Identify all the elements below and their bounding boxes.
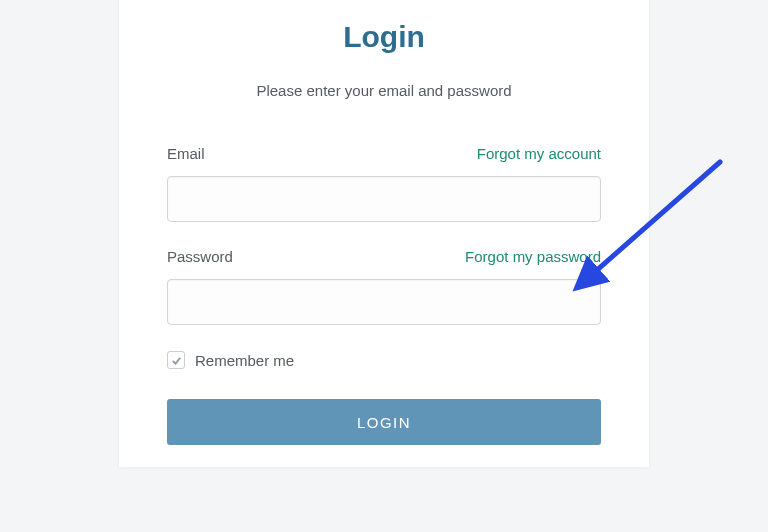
login-button[interactable]: LOGIN xyxy=(167,399,601,445)
page-subtitle: Please enter your email and password xyxy=(167,82,601,99)
password-input[interactable] xyxy=(167,279,601,325)
email-label: Email xyxy=(167,145,205,162)
password-label-row: Password Forgot my password xyxy=(167,248,601,265)
forgot-account-link[interactable]: Forgot my account xyxy=(477,145,601,162)
page-title: Login xyxy=(167,20,601,54)
email-label-row: Email Forgot my account xyxy=(167,145,601,162)
login-card: Login Please enter your email and passwo… xyxy=(119,0,649,467)
remember-me-row: Remember me xyxy=(167,351,601,369)
password-label: Password xyxy=(167,248,233,265)
email-input[interactable] xyxy=(167,176,601,222)
check-icon xyxy=(171,355,182,366)
forgot-password-link[interactable]: Forgot my password xyxy=(465,248,601,265)
remember-me-label[interactable]: Remember me xyxy=(195,352,294,369)
remember-me-checkbox[interactable] xyxy=(167,351,185,369)
